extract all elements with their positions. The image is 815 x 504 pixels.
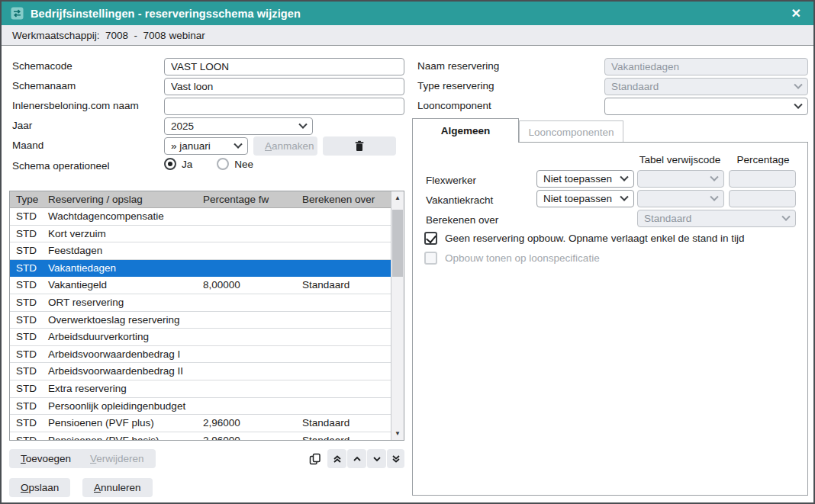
table-row[interactable]: STD Feestdagen xyxy=(10,242,391,260)
radio-ja[interactable] xyxy=(164,158,176,170)
row-type: STD xyxy=(10,294,42,311)
row-berekenen xyxy=(296,329,391,345)
table-row[interactable]: STD Wachtdagencompensatie xyxy=(10,208,391,226)
scrollbar-thumb[interactable] xyxy=(392,210,403,277)
schemanaam-label: Schemanaam xyxy=(12,78,76,95)
move-up-button[interactable] xyxy=(347,449,366,468)
vakantiekracht-select[interactable]: Niet toepassen xyxy=(536,190,634,207)
copy-button[interactable] xyxy=(305,449,324,468)
tab-algemeen[interactable]: Algemeen xyxy=(412,118,519,143)
table-row[interactable]: STD Arbeidsvoorwaardenbedrag II xyxy=(10,363,391,380)
tab-looncomponenten[interactable]: Looncomponenten xyxy=(519,120,623,143)
move-down-button[interactable] xyxy=(367,449,386,468)
row-percentage xyxy=(197,346,296,363)
inlenersbeloning-input[interactable] xyxy=(164,98,404,115)
move-top-button[interactable] xyxy=(327,449,346,468)
chevron-down-icon xyxy=(298,120,307,128)
chevron-down-icon xyxy=(234,140,242,148)
berekenen-over-label: Berekenen over xyxy=(426,211,498,229)
vakantiekracht-verwijscode-select xyxy=(637,190,724,207)
row-name: ORT reservering xyxy=(42,294,197,311)
row-percentage xyxy=(197,294,296,311)
table-row[interactable]: STD Vakantiegeld 8,00000 Standaard xyxy=(10,277,391,294)
table-row[interactable]: STD Vakantiedagen xyxy=(10,260,391,278)
schemacode-input[interactable] xyxy=(164,58,404,75)
row-name: Kort verzuim xyxy=(42,226,197,242)
row-type: STD xyxy=(10,208,42,225)
table-row[interactable]: STD Arbeidsduurverkorting xyxy=(10,329,391,346)
maand-label: Maand xyxy=(12,137,43,154)
title-bar: Bedrijfsinstellingen - reserveringsschem… xyxy=(2,2,813,25)
table-row[interactable]: STD Arbeidsvoorwaardenbedrag I xyxy=(10,346,391,364)
table-row[interactable]: STD Persoonlijk opleidingenbudget xyxy=(10,398,391,416)
looncomponent-label: Looncomponent xyxy=(417,98,491,114)
opbouw-tonen-label: Opbouw tonen op loonspecificatie xyxy=(445,252,600,265)
row-name: Vakantiedagen xyxy=(42,260,197,277)
row-type: STD xyxy=(10,415,42,432)
table-scrollbar[interactable]: ▲ ▼ xyxy=(391,191,404,440)
aanmaken-button[interactable]: Aanmaken xyxy=(253,136,317,156)
flexwerker-select[interactable]: Niet toepassen xyxy=(536,170,634,188)
annuleren-button[interactable]: Annuleren xyxy=(82,478,153,497)
type-reservering-label: Type reservering xyxy=(417,78,494,95)
row-type: STD xyxy=(10,398,42,415)
jaar-select[interactable]: 2025 xyxy=(164,117,313,135)
row-name: Arbeidsvoorwaardenbedrag II xyxy=(42,363,197,380)
row-type: STD xyxy=(10,380,42,397)
row-percentage xyxy=(197,208,296,225)
verwijderen-button[interactable]: Verwijderen xyxy=(79,449,156,468)
table-row[interactable]: STD Overwerktoeslag reservering xyxy=(10,312,391,329)
row-berekenen xyxy=(296,363,391,380)
col-type[interactable]: Type xyxy=(10,191,42,207)
col-berekenen[interactable]: Berekenen over xyxy=(296,191,392,207)
scroll-down-icon[interactable]: ▼ xyxy=(391,430,404,437)
naam-reservering-label: Naam reservering xyxy=(417,58,499,75)
scroll-up-icon[interactable]: ▲ xyxy=(391,194,404,201)
geen-opbouw-checkbox[interactable] xyxy=(424,232,437,245)
chevron-down-icon xyxy=(710,192,718,201)
radio-nee-label: Nee xyxy=(234,159,253,170)
move-bottom-button[interactable] xyxy=(387,449,404,468)
row-percentage xyxy=(197,226,296,242)
opslaan-button[interactable]: Opslaan xyxy=(9,478,70,497)
opbouw-tonen-row: Opbouw tonen op loonspecificatie xyxy=(424,252,600,265)
table-row[interactable]: STD Kort verzuim xyxy=(10,226,391,243)
row-type: STD xyxy=(10,260,42,277)
maand-select[interactable]: » januari xyxy=(164,137,248,155)
row-name: Arbeidsvoorwaardenbedrag I xyxy=(42,346,197,363)
row-berekenen xyxy=(296,398,391,415)
radio-nee[interactable] xyxy=(217,158,229,170)
row-berekenen xyxy=(296,294,391,311)
row-type: STD xyxy=(10,363,42,380)
opbouw-tonen-checkbox[interactable] xyxy=(424,252,437,265)
schema-operationeel-radios: Ja Nee xyxy=(164,158,253,170)
delete-month-button[interactable] xyxy=(323,136,396,156)
row-berekenen: Standaard xyxy=(296,277,391,294)
table-row[interactable]: STD Pensioenen (PVF plus) 2,96000 Standa… xyxy=(10,415,391,432)
schemanaam-input[interactable] xyxy=(164,78,404,95)
row-percentage: 2,96000 xyxy=(197,415,296,432)
row-name: Arbeidsduurverkorting xyxy=(42,329,197,345)
algemeen-panel: Tabel verwijscode Percentage Flexwerker … xyxy=(412,142,808,496)
dialog-title: Bedrijfsinstellingen - reserveringsschem… xyxy=(31,8,301,20)
row-type: STD xyxy=(10,277,42,294)
schemacode-label: Schemacode xyxy=(12,58,72,75)
looncomponent-select[interactable] xyxy=(604,98,808,115)
table-row[interactable]: STD Extra reservering xyxy=(10,380,391,398)
row-berekenen: Standaard xyxy=(296,415,391,432)
chevron-down-icon xyxy=(620,192,628,201)
row-name: Wachtdagencompensatie xyxy=(42,208,197,225)
reservation-table: Type Reservering / opslag Percentage fw … xyxy=(9,191,404,441)
table-row[interactable]: STD ORT reservering xyxy=(10,294,391,312)
col-percentage[interactable]: Percentage fw xyxy=(197,191,296,207)
row-berekenen xyxy=(296,380,391,397)
operationeel-label: Schema operationeel xyxy=(12,158,110,175)
table-row[interactable]: STD Pensioenen (PVF basis) 2,96000 Stand… xyxy=(10,432,391,440)
chevron-down-icon xyxy=(620,172,628,181)
toevoegen-button[interactable]: Toevoegen xyxy=(9,449,82,468)
close-icon[interactable]: ✕ xyxy=(788,6,804,21)
col-reservering[interactable]: Reservering / opslag xyxy=(42,191,197,207)
row-berekenen xyxy=(296,346,391,363)
row-percentage xyxy=(197,242,296,259)
row-percentage xyxy=(197,363,296,380)
